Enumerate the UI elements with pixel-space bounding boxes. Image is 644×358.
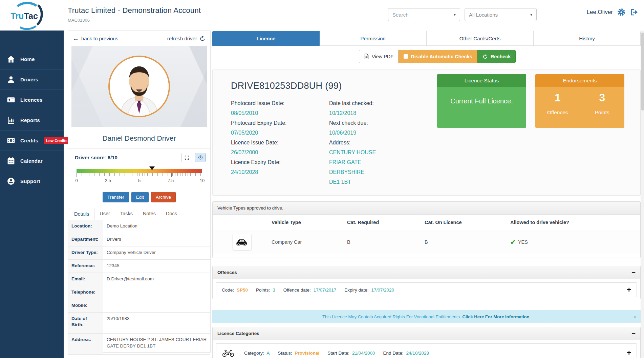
banknote-icon: 1 [7,136,15,145]
id-card-icon [7,96,15,104]
checkbox-icon [404,54,408,59]
sidebar-item-drivers[interactable]: Drivers [0,69,64,90]
sidebar-item-home[interactable]: Home [0,49,64,69]
archive-button[interactable]: Archive [151,192,176,202]
licence-detail-panel: DRIVE810253DD8UH (99) Photocard Issue Da… [212,69,641,196]
avatar-illustration [110,57,169,116]
field-label: Photocard Issue Date: [231,98,327,108]
sidebar-item-label: Licences [20,97,43,103]
edit-button[interactable]: Edit [131,192,149,202]
cat-on-licence-cell: B [425,239,510,245]
endorsements-box: Endorsements 1 Offences 3 Points [535,74,624,128]
main-content: Licence Permission Other Cards/Certs His… [212,0,641,358]
account-code: MAC01306 [68,18,90,23]
locations-select[interactable]: All Locations ▾ [465,8,537,21]
expiry-date-label: Expiry date: [344,287,368,293]
row-label: Reference: [68,260,103,273]
licence-status-title: Licence Status [437,74,526,87]
scale-tick-label: 0 [75,178,78,183]
address-line: DERBYSHIRE [329,167,426,177]
licence-toolbar: View PDF Disable Automatic Checks Rechec… [359,50,516,63]
expand-category-icon[interactable]: + [627,349,631,357]
pdf-file-icon [364,54,369,59]
column-header: Cat. On Licence [425,220,510,225]
view-pdf-button[interactable]: View PDF [359,50,399,63]
licence-categories-panel: Licence Categories − Category: A Status:… [212,327,641,358]
score-gradient-bar [77,169,202,173]
code-label: Code: [222,287,234,293]
score-history-button[interactable] [195,153,206,162]
logout-icon[interactable] [630,8,638,16]
offences-count: 1 [535,92,580,104]
transfer-button[interactable]: Transfer [103,192,129,202]
disable-automatic-checks-button[interactable]: Disable Automatic Checks [399,50,477,63]
sidebar-item-credits[interactable]: 1 Credits Low Credits [0,130,64,151]
offence-row[interactable]: Code: SP50 Points: 3 Offence date: 17/07… [216,282,637,297]
row-label: Driver Type: [68,246,103,259]
row-label: Mobile: [68,299,103,312]
tab-user[interactable]: User [94,208,115,220]
status-value: Provisional [295,351,320,356]
driver-score-label: Driver score: 6/10 [75,155,117,160]
start-date-value: 21/04/2000 [352,351,375,356]
points-label: Points [580,110,625,116]
view-pdf-label: View PDF [372,54,393,59]
offence-code: SP50 [237,287,248,293]
offence-expiry-date: 17/07/2020 [371,287,394,293]
back-to-previous-link[interactable]: ← back to previous [73,35,118,42]
sidebar-item-support[interactable]: Support [0,171,64,191]
scrollbar-thumb[interactable] [641,33,644,111]
offence-date-label: Offence date: [283,287,311,293]
collapse-icon[interactable]: − [631,330,636,337]
driver-details-table: Location:Demo Location Department:Driver… [68,220,210,355]
category-row[interactable]: Category: A Status: Provisional Start Da… [216,343,637,358]
field-label: Next check due: [329,118,426,128]
collapse-icon[interactable]: − [631,269,636,276]
address-label: Address: [329,138,426,147]
row-label: Date of Birth: [68,313,103,333]
calendar-icon [7,157,15,165]
disable-checks-label: Disable Automatic Checks [411,54,472,59]
tab-notes[interactable]: Notes [138,208,161,220]
points-label: Points: [256,287,270,293]
tab-details[interactable]: Details [69,208,94,220]
notice-more-info-link[interactable]: Click Here For More Information. [463,314,531,319]
scale-tick-label: 5 [138,178,141,183]
refresh-icon [199,36,206,42]
sidebar-nav: Home Drivers Licences Reports 1 Credits … [0,31,64,358]
field-value: 10/06/2019 [329,128,426,138]
tab-docs[interactable]: Docs [161,208,182,220]
tab-other-cards-certs[interactable]: Other Cards/Certs [427,31,534,46]
recheck-button[interactable]: Recheck [477,50,516,63]
driver-score-gauge[interactable]: 0 2.5 5 7.5 10 [77,169,202,186]
sidebar-item-licences[interactable]: Licences [0,90,64,110]
table-row: Department:Drivers [68,233,210,246]
close-icon[interactable]: × [634,314,637,320]
sidebar-item-label: Drivers [20,77,38,82]
search-select[interactable]: Search ▾ [388,8,460,21]
field-label: Date last checked: [329,98,426,108]
expand-score-button[interactable] [181,153,192,162]
end-date-value: 24/10/2028 [406,351,429,356]
tab-permission[interactable]: Permission [320,31,427,46]
sidebar-item-reports[interactable]: Reports [0,110,64,130]
column-header: Allowed to drive vehicle? [510,220,640,225]
address-line: DE1 1BT [329,177,426,187]
tab-licence[interactable]: Licence [212,31,320,46]
row-value [103,299,210,312]
score-marker[interactable] [149,166,155,170]
expand-offence-icon[interactable]: + [627,286,631,294]
tab-history[interactable]: History [534,31,641,46]
field-value: 26/07/2000 [231,147,327,157]
logo-text-2: Tac [24,11,38,21]
page-scrollbar[interactable] [641,0,644,358]
row-value: 12345 [103,260,210,273]
licence-status-text: Current Full Licence. [437,97,526,105]
gear-icon[interactable] [617,8,625,16]
refresh-driver-link[interactable]: refresh driver [167,36,206,42]
table-row: Date of Birth:25/10/1983 [68,313,210,334]
tab-tasks[interactable]: Tasks [115,208,138,220]
licence-status-box: Licence Status Current Full Licence. [437,74,526,128]
page-title: Trutac Limited - Demonstration Account [68,6,201,15]
sidebar-item-calendar[interactable]: Calendar [0,151,64,171]
